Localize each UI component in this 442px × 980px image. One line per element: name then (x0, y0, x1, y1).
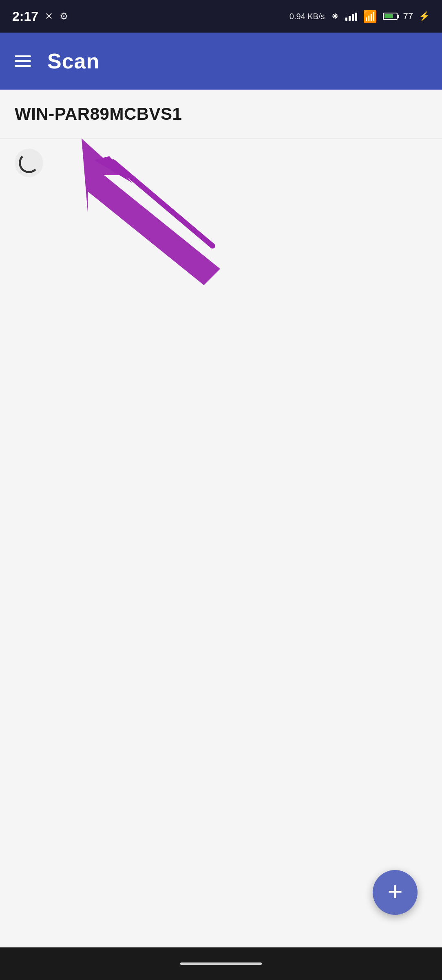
battery-icon (383, 13, 398, 20)
hamburger-menu-button[interactable] (15, 55, 31, 67)
status-bar-left: 2:17 ✕ ⚙ (12, 9, 69, 24)
status-bar: 2:17 ✕ ⚙ 0.94 KB/s ⁕ 📶 77 ⚡ (0, 0, 442, 33)
content-area: WIN-PAR89MCBVS1 + (0, 90, 442, 980)
bottom-nav-bar (0, 947, 442, 980)
battery-percent: 77 (403, 11, 413, 22)
device-list-item[interactable]: WIN-PAR89MCBVS1 (0, 90, 442, 138)
spinner-arc (19, 153, 39, 173)
location-icon: ✕ (45, 11, 53, 22)
empty-content-area (0, 187, 442, 941)
loading-row (0, 138, 442, 187)
charging-icon: ⚡ (419, 11, 430, 22)
loading-spinner (15, 149, 43, 177)
fab-plus-icon: + (387, 879, 402, 905)
wifi-icon: 📶 (363, 10, 377, 23)
device-name-label: WIN-PAR89MCBVS1 (15, 104, 182, 124)
status-time: 2:17 (12, 9, 38, 24)
fab-add-button[interactable]: + (373, 870, 418, 915)
settings-icon: ⚙ (60, 11, 69, 22)
nav-home-indicator (180, 962, 262, 965)
page-title: Scan (47, 49, 99, 73)
network-speed: 0.94 KB/s (290, 12, 325, 21)
signal-bars (345, 12, 357, 21)
app-bar: Scan (0, 33, 442, 90)
status-bar-right: 0.94 KB/s ⁕ 📶 77 ⚡ (290, 10, 430, 23)
bluetooth-icon: ⁕ (331, 10, 340, 23)
